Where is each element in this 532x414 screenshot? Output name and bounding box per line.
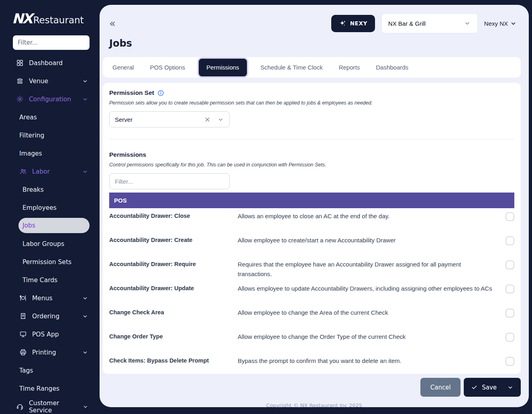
permission-description: Bypass the prompt to confirm that you wa…	[238, 356, 506, 366]
permission-row: Check Items: Bypass Delete PromptBypass …	[109, 353, 514, 374]
permission-checkbox[interactable]	[506, 285, 514, 293]
chevron-down-icon	[82, 313, 88, 320]
permission-set-select[interactable]: Server	[109, 111, 230, 127]
permission-name: Check Items: Bypass Delete Prompt	[109, 357, 238, 365]
gear-icon	[16, 95, 24, 103]
clear-icon[interactable]	[204, 116, 211, 123]
venue-icon	[16, 77, 24, 85]
sidebar-item-employees[interactable]: Employees	[0, 199, 100, 217]
venue-select-value: NX Bar & Grill	[388, 20, 426, 27]
check-icon	[471, 384, 478, 391]
permissions-filter-input[interactable]	[109, 173, 230, 189]
topbar-right: NEXY NX Bar & Grill Nexy NX	[331, 13, 517, 33]
tab-dashboards[interactable]: Dashboards	[368, 57, 416, 78]
sidebar-nav: DashboardVenueConfigurationAreasFilterin…	[0, 54, 100, 414]
tab-general[interactable]: General	[104, 57, 142, 78]
chevron-down-icon	[217, 116, 224, 123]
permission-checkbox[interactable]	[506, 212, 514, 221]
save-button[interactable]: Save	[464, 378, 521, 397]
permission-name: Accountability Drawer: Update	[109, 285, 238, 293]
collapse-sidebar-button[interactable]: «	[107, 16, 118, 30]
permission-description: Allows employee to update Accountability…	[238, 284, 506, 293]
ordering-icon	[19, 312, 27, 320]
sidebar-item-images[interactable]: Images	[0, 144, 100, 162]
chevron-down-icon	[82, 349, 88, 356]
sidebar-item-time-cards[interactable]: Time Cards	[0, 271, 100, 289]
logo-text: Restaurant	[33, 15, 84, 25]
sidebar-item-venue[interactable]: Venue	[0, 72, 100, 90]
permission-checkbox[interactable]	[506, 309, 514, 318]
page-title: Jobs	[109, 38, 529, 49]
sidebar-item-customer-service[interactable]: Customer Service	[0, 398, 100, 414]
permissions-description: Control permissions specifically for thi…	[109, 162, 514, 168]
monitor-icon	[19, 330, 27, 338]
tabs-bar: GeneralPOS OptionsPermissionsSchedule & …	[103, 57, 521, 78]
sidebar-item-dashboard[interactable]: Dashboard	[0, 54, 100, 72]
sidebar-item-configuration[interactable]: Configuration	[0, 90, 100, 108]
content-card: Permission Set Permission sets allow you…	[103, 83, 521, 374]
user-menu-label: Nexy NX	[484, 20, 508, 27]
permission-description: Allows an employee to close an AC at the…	[238, 211, 506, 221]
sidebar-filter-input[interactable]	[13, 35, 90, 50]
sidebar: NXRestaurant DashboardVenueConfiguration…	[0, 0, 100, 414]
permission-set-description: Permission sets allow you to create reus…	[109, 100, 514, 106]
sidebar-item-printing[interactable]: Printing	[0, 343, 100, 361]
chevron-down-icon	[82, 295, 88, 301]
chevron-down-icon	[82, 78, 88, 84]
cancel-button[interactable]: Cancel	[420, 378, 461, 397]
tab-pos-options[interactable]: POS Options	[142, 57, 193, 78]
users-icon	[19, 168, 27, 175]
info-icon[interactable]	[157, 90, 164, 96]
permissions-group-header: POS	[109, 193, 514, 208]
permission-set-heading: Permission Set	[109, 89, 154, 96]
tab-schedule-time-clock[interactable]: Schedule & Time Clock	[253, 57, 331, 78]
permission-checkbox[interactable]	[506, 236, 514, 245]
venue-select[interactable]: NX Bar & Grill	[381, 13, 478, 33]
sidebar-item-filtering[interactable]: Filtering	[0, 126, 100, 144]
dashboard-icon	[16, 59, 24, 67]
permission-row: Change Check AreaAllow employee to chang…	[109, 305, 514, 329]
permission-description: Requires that the employee have an Accou…	[238, 260, 506, 279]
tab-reports[interactable]: Reports	[331, 57, 368, 78]
logo-nx: NX	[12, 10, 32, 27]
tab-permissions[interactable]: Permissions	[199, 59, 247, 76]
permission-row: Accountability Drawer: CloseAllows an em…	[109, 208, 514, 232]
user-menu[interactable]: Nexy NX	[484, 20, 517, 27]
divider	[109, 139, 514, 139]
topbar: « NEXY NX Bar & Grill Nexy NX	[100, 5, 529, 33]
permissions-heading: Permissions	[109, 151, 146, 158]
chevron-down-icon	[464, 20, 471, 27]
sidebar-item-menus[interactable]: Menus	[0, 289, 100, 307]
permission-checkbox[interactable]	[506, 357, 514, 366]
permission-checkbox[interactable]	[506, 260, 514, 269]
app-logo: NXRestaurant	[0, 0, 100, 27]
sidebar-item-permission-sets[interactable]: Permission Sets	[0, 253, 100, 271]
nexy-button[interactable]: NEXY	[331, 15, 375, 32]
sidebar-item-time-ranges[interactable]: Time Ranges	[0, 379, 100, 398]
permission-description: Allow employee to change the Order Type …	[238, 332, 506, 342]
sidebar-item-ordering[interactable]: Ordering	[0, 307, 100, 325]
permission-name: Change Check Area	[109, 309, 238, 317]
footer-actions: Cancel Save	[100, 378, 521, 397]
chevron-down-icon[interactable]	[507, 384, 514, 391]
sidebar-item-labor[interactable]: Labor	[0, 162, 100, 180]
sidebar-item-breaks[interactable]: Breaks	[0, 180, 100, 199]
headset-icon	[16, 403, 24, 410]
main-panel: « NEXY NX Bar & Grill Nexy NX Jobs Gener…	[100, 5, 529, 407]
permission-name: Accountability Drawer: Require	[109, 260, 238, 268]
permission-row: Accountability Drawer: RequireRequires t…	[109, 256, 514, 281]
sidebar-item-areas[interactable]: Areas	[0, 108, 100, 126]
chevron-down-icon	[82, 404, 88, 410]
chevron-down-icon	[510, 20, 517, 27]
sparkle-icon	[339, 20, 347, 27]
permission-row: Accountability Drawer: CreateAllow emplo…	[109, 232, 514, 256]
sidebar-item-labor-groups[interactable]: Labor Groups	[0, 235, 100, 253]
permission-name: Change Order Type	[109, 333, 238, 341]
copyright: Copyright © NX Restaurant Inc 2025	[100, 402, 529, 407]
permission-name: Accountability Drawer: Close	[109, 212, 238, 220]
sidebar-item-pos-app[interactable]: POS App	[0, 325, 100, 343]
sidebar-item-jobs[interactable]: Jobs	[18, 218, 90, 233]
sidebar-item-tags[interactable]: Tags	[0, 361, 100, 379]
permission-checkbox[interactable]	[506, 333, 514, 342]
chevron-down-icon	[82, 168, 88, 175]
